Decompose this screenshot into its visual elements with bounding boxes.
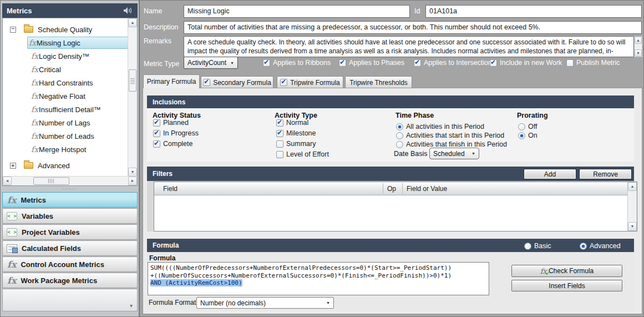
date-basis-dropdown[interactable]: Scheduled ▼	[429, 148, 479, 159]
metric-type-dropdown[interactable]: ActivityCount ▼	[184, 57, 238, 69]
chevron-down-icon[interactable]: ▾	[130, 303, 133, 309]
checkbox-icon[interactable]	[153, 119, 160, 127]
sidebar-item-variables[interactable]: Variables	[2, 208, 138, 224]
tab-primary-formula[interactable]: Primary Formula	[143, 74, 200, 88]
scroll-down-icon[interactable]	[128, 168, 137, 177]
sidebar-item-calculated-fields[interactable]: Calculated Fields	[2, 240, 138, 256]
remove-filter-button[interactable]: Remove	[579, 169, 632, 179]
normal-checkbox[interactable]: Normal	[276, 118, 308, 127]
scroll-up-icon[interactable]	[128, 18, 137, 27]
formula-editor[interactable]: SUM((((NumberOfPredecessors+NumberofExte…	[148, 262, 489, 295]
prorating-off-radio[interactable]: Off	[518, 122, 537, 131]
radio-label: Advanced	[590, 242, 621, 250]
applies-to-phases-checkbox[interactable]: Applies to Phases	[339, 58, 404, 67]
radio-icon[interactable]	[396, 132, 403, 139]
checkbox-icon[interactable]	[276, 151, 283, 158]
tree-item-number-of-leads[interactable]: Number of Leads	[3, 130, 126, 142]
formula-basic-radio[interactable]: Basic	[524, 241, 551, 250]
publish-metric-checkbox[interactable]: Publish Metric	[566, 58, 620, 67]
name-input[interactable]: Missing Logic	[184, 5, 410, 18]
radio-icon[interactable]	[580, 243, 587, 250]
sidebar-item-project-variables[interactable]: Project Variables	[2, 224, 138, 240]
checkbox-icon[interactable]	[414, 59, 421, 67]
tab-secondary-formula[interactable]: Secondary Formula	[201, 76, 273, 88]
in-progress-checkbox[interactable]: In Progress	[153, 129, 199, 138]
panel-splitter[interactable]: ·····	[2, 187, 138, 192]
add-filter-button[interactable]: Add	[524, 169, 576, 179]
metrics-tree: Schedule Quality Missing Logic Logic Den…	[2, 18, 138, 186]
check-formula-button[interactable]: Check Formula	[511, 265, 622, 277]
tree-vertical-scrollbar[interactable]	[128, 18, 137, 177]
sidebar-item-metrics[interactable]: Metrics	[2, 192, 138, 208]
checkbox-icon[interactable]	[153, 130, 160, 137]
prorating-on-radio[interactable]: On	[518, 131, 537, 140]
description-input[interactable]: Total number of activities that are miss…	[184, 21, 642, 34]
level-of-effort-checkbox[interactable]: Level of Effort	[276, 150, 329, 159]
sidebar-item-control-account-metrics[interactable]: Control Account Metrics	[2, 256, 138, 272]
applies-to-ribbons-checkbox[interactable]: Applies to Ribbons	[263, 58, 331, 67]
complete-checkbox[interactable]: Complete	[153, 139, 193, 148]
tree-item-missing-logic[interactable]: Missing Logic	[27, 37, 129, 49]
insert-fields-button[interactable]: Insert Fields	[511, 280, 622, 291]
scroll-up-icon[interactable]	[628, 182, 637, 191]
formula-format-dropdown[interactable]: Number (no decimals) ▼	[196, 297, 334, 309]
tree-item-critical[interactable]: Critical	[3, 63, 126, 76]
applies-to-intersection-checkbox[interactable]: Applies to Intersection	[414, 58, 492, 67]
checkbox-icon[interactable]	[276, 119, 283, 127]
planned-checkbox[interactable]: Planned	[153, 118, 189, 127]
checkbox-icon[interactable]	[276, 130, 283, 137]
tree-item-number-of-lags[interactable]: Number of Lags	[3, 117, 126, 129]
checkbox-icon[interactable]	[490, 59, 497, 67]
collapse-minus-icon[interactable]	[10, 27, 16, 33]
filters-table-scrollbar[interactable]	[627, 182, 637, 231]
summary-checkbox[interactable]: Summary	[276, 139, 316, 148]
scroll-left-icon[interactable]	[3, 177, 12, 185]
column-header-field[interactable]: Field	[163, 182, 178, 195]
sidebar-item-work-package-metrics[interactable]: Work Package Metrics	[2, 273, 138, 288]
checkbox-icon[interactable]	[280, 79, 287, 86]
fx-icon	[7, 275, 16, 286]
checkbox-icon[interactable]	[566, 59, 574, 67]
tree-item-merge-hotspot[interactable]: Merge Hotspot	[3, 143, 126, 155]
checkbox-icon[interactable]	[263, 59, 270, 67]
radio-icon[interactable]	[396, 141, 403, 148]
expand-plus-icon[interactable]	[10, 163, 16, 169]
scroll-down-icon[interactable]	[635, 49, 642, 57]
column-header-field-or-value[interactable]: Field or Value	[407, 182, 447, 195]
scroll-right-icon[interactable]	[128, 177, 137, 185]
tree-folder-label: Schedule Quality	[38, 26, 92, 34]
scrollbar-thumb[interactable]	[33, 177, 69, 185]
tree-folder-advanced[interactable]: Advanced	[3, 159, 126, 172]
tree-horizontal-scrollbar[interactable]	[3, 176, 137, 185]
all-activities-radio[interactable]: All activities in this Period	[396, 122, 484, 131]
scrollbar-thumb[interactable]	[129, 69, 136, 92]
id-input[interactable]: 01A101a	[425, 5, 642, 18]
tree-item-insufficient-detail[interactable]: Insufficient Detail™	[3, 103, 126, 115]
column-header-op[interactable]: Op	[387, 182, 396, 195]
scroll-down-icon[interactable]	[628, 222, 637, 231]
include-in-new-workbook-checkbox[interactable]: Include in new Workbo	[490, 58, 563, 67]
activities-start-radio[interactable]: Activities that start in this Period	[396, 131, 504, 140]
radio-icon[interactable]	[396, 123, 403, 130]
tree-folder-schedule-quality[interactable]: Schedule Quality	[3, 23, 126, 36]
tree-item-logic-density[interactable]: Logic Density™	[3, 50, 126, 62]
checkbox-icon[interactable]	[339, 59, 346, 67]
checkbox-icon[interactable]	[276, 140, 283, 148]
milestone-checkbox[interactable]: Milestone	[276, 129, 316, 138]
formula-advanced-radio[interactable]: Advanced	[580, 241, 621, 250]
remarks-textarea[interactable]: A core schedule quality check. In theory…	[184, 36, 634, 57]
checkbox-icon[interactable]	[153, 140, 160, 148]
collapse-panel-icon[interactable]	[124, 7, 133, 14]
checkbox-icon[interactable]	[203, 79, 210, 86]
remarks-scrollbar[interactable]	[634, 36, 642, 57]
tab-tripwire-formula[interactable]: Tripwire Formula	[277, 76, 343, 88]
radio-icon[interactable]	[518, 132, 525, 139]
tree-item-negative-float[interactable]: Negative Float	[3, 90, 126, 102]
tab-tripwire-thresholds[interactable]: Tripwire Thresholds	[345, 76, 412, 88]
checkbox-label: Publish Metric	[576, 59, 620, 67]
radio-icon[interactable]	[524, 243, 531, 250]
radio-icon[interactable]	[518, 123, 525, 130]
scroll-up-icon[interactable]	[635, 37, 642, 44]
date-basis-label: Date Basis	[394, 150, 427, 158]
tree-item-hard-constraints[interactable]: Hard Constraints	[3, 77, 126, 89]
